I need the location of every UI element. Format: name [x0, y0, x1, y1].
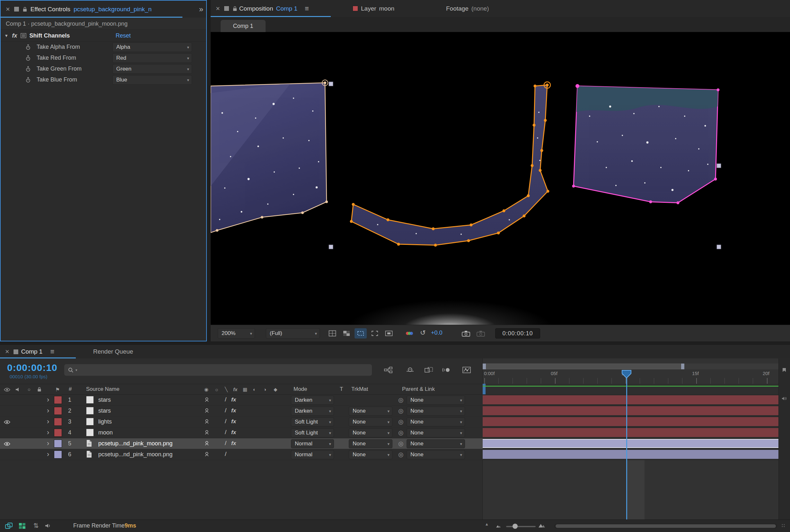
timeline-zoom-thumb[interactable]	[513, 524, 518, 529]
timeline-zoom-slider[interactable]	[506, 526, 536, 527]
take-alpha-from-select[interactable]: Alpha▾	[112, 42, 192, 52]
audio-waveform-icon[interactable]	[782, 396, 787, 401]
comp-nav-tab[interactable]: Comp 1	[221, 20, 265, 32]
panel-overflow-icon[interactable]: »	[199, 5, 202, 14]
zoom-out-timeline-icon[interactable]	[496, 524, 501, 528]
layer-row[interactable]: › 1 stars / fx Darken▾ ◎ None▾	[0, 395, 483, 405]
take-blue-from-select[interactable]: Blue▾	[112, 75, 192, 85]
frame-blend-switch-icon[interactable]: ▦	[243, 387, 247, 393]
audio-column-icon[interactable]	[15, 387, 21, 392]
layer-duration-bar[interactable]	[483, 395, 778, 404]
collapse-switch[interactable]	[204, 430, 209, 435]
trkmat-select[interactable]: None▾	[349, 417, 392, 426]
twirl-icon[interactable]: ›	[47, 439, 49, 448]
collapse-switch[interactable]	[204, 419, 209, 424]
pick-whip-icon[interactable]: ◎	[398, 407, 404, 415]
tab-layer[interactable]: Layer moon	[353, 5, 394, 12]
current-timecode[interactable]: 0:00:00:10	[7, 362, 57, 373]
layer-row[interactable]: › 5 pcsetup...nd_pink_moon.png / fx Norm…	[0, 438, 483, 449]
composition-viewer[interactable]	[211, 32, 790, 325]
graph-editor-icon[interactable]	[462, 367, 471, 373]
tab-comp-1[interactable]: Comp 1 ≡	[21, 347, 54, 356]
layer-name[interactable]: lights	[98, 418, 112, 425]
audio-meter-icon[interactable]	[45, 523, 51, 528]
label-color-chip[interactable]	[54, 407, 62, 415]
stopwatch-icon[interactable]	[26, 55, 31, 61]
layer-row[interactable]: › 6 pcsetup...nd_pink_moon.png / Normal▾…	[0, 449, 483, 460]
twirl-icon[interactable]: ›	[47, 406, 49, 415]
show-snapshot-icon[interactable]	[475, 328, 487, 339]
layer-duration-bar[interactable]	[483, 439, 778, 448]
cache-grid-icon[interactable]	[19, 523, 26, 529]
duplicate-frames-icon[interactable]	[5, 523, 13, 529]
comp-marker-bin-icon[interactable]	[782, 367, 787, 373]
label-color-chip[interactable]	[54, 418, 62, 426]
mode-column-header[interactable]: Mode	[294, 386, 307, 393]
source-name-column-header[interactable]: Source Name	[86, 386, 120, 393]
snapshot-camera-icon[interactable]	[460, 328, 472, 339]
t-column-header[interactable]: T	[340, 386, 343, 393]
tab-effect-controls[interactable]: Effect Controls pcsetup_background_pink_…	[31, 6, 151, 13]
video-column-icon[interactable]	[4, 387, 10, 392]
close-icon[interactable]: ×	[0, 347, 13, 356]
layer-duration-bar[interactable]	[483, 450, 778, 459]
layer-duration-bar[interactable]	[483, 417, 778, 426]
parent-link-select[interactable]: None▾	[407, 417, 465, 426]
parent-link-select[interactable]: None▾	[407, 396, 465, 405]
parent-link-select[interactable]: None▾	[407, 429, 465, 437]
tab-render-queue[interactable]: Render Queue	[93, 348, 133, 355]
take-green-from-select[interactable]: Green▾	[112, 64, 192, 74]
pick-whip-icon[interactable]: ◎	[398, 451, 404, 458]
layer-duration-bar[interactable]	[483, 428, 778, 437]
trkmat-select[interactable]: None▾	[349, 429, 392, 437]
layer-name[interactable]: stars	[98, 397, 111, 403]
label-color-chip[interactable]	[54, 396, 62, 404]
transparency-grid-icon[interactable]	[341, 328, 353, 339]
quality-switch[interactable]: /	[225, 440, 226, 446]
search-options-chevron[interactable]: ▾	[75, 368, 77, 372]
guides-icon[interactable]	[383, 328, 395, 339]
number-column-header[interactable]: #	[69, 386, 72, 393]
twirl-down-icon[interactable]: ▾	[5, 33, 8, 38]
blend-mode-select[interactable]: Soft Light▾	[291, 417, 334, 426]
fx-badge-icon[interactable]: fx	[12, 33, 17, 39]
twirl-icon[interactable]: ›	[47, 417, 49, 426]
quality-switch[interactable]: /	[225, 418, 226, 425]
quality-switch-icon[interactable]: ╲	[225, 387, 228, 393]
blend-mode-select[interactable]: Darken▾	[291, 406, 334, 416]
blend-mode-select[interactable]: Soft Light▾	[291, 429, 334, 437]
twirl-icon[interactable]: ›	[47, 396, 49, 404]
twirl-icon[interactable]: ›	[47, 429, 49, 437]
reset-exposure-icon[interactable]: ↺	[420, 329, 426, 339]
trkmat-select[interactable]: None▾	[349, 406, 392, 416]
stopwatch-icon[interactable]	[26, 44, 31, 50]
visibility-toggle[interactable]	[4, 420, 10, 424]
tab-footage[interactable]: Footage (none)	[446, 5, 489, 12]
solo-column-icon[interactable]: ○	[27, 387, 31, 392]
collapse-switch-icon[interactable]: ☼	[215, 387, 219, 392]
stopwatch-icon[interactable]	[26, 66, 31, 72]
take-red-from-select[interactable]: Red▾	[112, 53, 192, 63]
trkmat-select[interactable]: None▾	[349, 439, 392, 448]
visibility-toggle[interactable]	[4, 442, 10, 446]
label-color-chip[interactable]	[54, 440, 62, 448]
collapse-switch[interactable]	[204, 408, 209, 413]
stopwatch-icon[interactable]	[26, 77, 31, 83]
search-input[interactable]	[79, 367, 355, 373]
collapse-switch[interactable]	[204, 452, 209, 457]
layer-row[interactable]: › 3 lights / fx Soft Light▾ None▾ ◎ None…	[0, 417, 483, 428]
work-area-start-handle[interactable]	[483, 363, 486, 369]
motion-blur-icon[interactable]	[442, 367, 450, 373]
lock-icon[interactable]	[22, 7, 27, 12]
quality-switch[interactable]: /	[225, 407, 226, 414]
twirl-icon[interactable]: ›	[47, 450, 49, 458]
zoom-in-timeline-icon[interactable]	[538, 523, 545, 528]
exposure-value[interactable]: +0.0	[431, 329, 442, 340]
layer-name[interactable]: moon	[98, 429, 113, 436]
lock-icon[interactable]	[233, 6, 237, 11]
collapse-panel-caret-icon[interactable]: ▴	[485, 521, 488, 527]
layer-name[interactable]: stars	[98, 407, 111, 414]
playhead-line[interactable]	[626, 376, 627, 519]
pick-whip-icon[interactable]: ◎	[398, 429, 404, 436]
fx-switch[interactable]: fx	[231, 397, 236, 403]
